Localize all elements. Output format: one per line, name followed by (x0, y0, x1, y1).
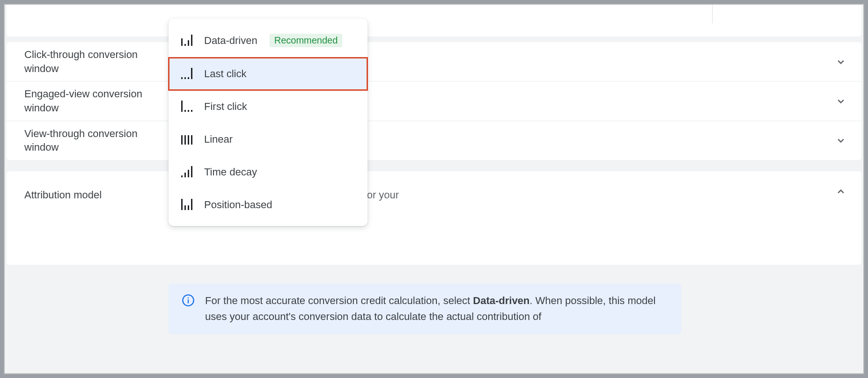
time-decay-icon (181, 166, 195, 178)
dropdown-item-label: Last click (204, 68, 246, 80)
position-based-icon (181, 199, 195, 211)
svg-rect-18 (191, 135, 192, 145)
first-click-icon (181, 101, 195, 113)
svg-rect-26 (191, 199, 192, 210)
setting-label: Click-through conversion window (24, 48, 160, 75)
dropdown-item-label: Time decay (204, 166, 257, 178)
svg-rect-24 (184, 205, 186, 210)
recommended-badge: Recommended (270, 34, 343, 47)
dropdown-item-time-decay[interactable]: Time decay (169, 156, 368, 189)
top-panel (7, 5, 861, 36)
svg-rect-22 (191, 166, 192, 177)
svg-rect-25 (188, 205, 189, 210)
svg-rect-17 (188, 135, 189, 145)
svg-rect-3 (181, 38, 183, 46)
svg-rect-23 (181, 199, 183, 210)
setting-label: Engaged-view conversion window (24, 87, 160, 115)
svg-rect-7 (181, 77, 183, 79)
svg-rect-15 (181, 135, 183, 145)
dropdown-item-label: First click (204, 101, 247, 113)
data-driven-icon (181, 35, 195, 47)
setting-row-click-through[interactable]: Click-through conversion window (7, 42, 861, 81)
dropdown-item-label: Position-based (204, 199, 272, 211)
info-banner: For the most accurate conversion credit … (169, 284, 681, 334)
svg-rect-19 (181, 175, 183, 177)
last-click-icon (181, 68, 195, 80)
vertical-divider (712, 4, 713, 23)
chevron-up-icon[interactable] (834, 185, 847, 198)
dropdown-item-linear[interactable]: Linear (169, 123, 368, 156)
attribution-title: Attribution model (24, 185, 174, 201)
svg-rect-1 (188, 299, 189, 303)
svg-rect-5 (188, 40, 189, 46)
dropdown-item-first-click[interactable]: First click (169, 90, 368, 123)
info-text: For the most accurate conversion credit … (205, 293, 668, 325)
svg-rect-6 (191, 35, 192, 46)
chevron-down-icon (834, 55, 847, 68)
svg-rect-11 (181, 101, 183, 112)
info-icon (182, 293, 195, 307)
dropdown-item-label: Data-driven (204, 35, 257, 47)
svg-rect-20 (184, 173, 186, 177)
svg-rect-12 (184, 110, 186, 112)
attribution-model-card: Attribution model w much credit each ad … (7, 171, 861, 265)
info-text-prefix: For the most accurate conversion credit … (205, 295, 473, 306)
svg-rect-21 (188, 170, 189, 177)
dropdown-item-last-click[interactable]: Last click (169, 58, 368, 90)
dropdown-item-position-based[interactable]: Position-based (169, 189, 368, 221)
setting-row-engaged-view[interactable]: Engaged-view conversion window (7, 81, 861, 121)
dropdown-item-label: Linear (204, 133, 233, 145)
svg-rect-9 (188, 77, 189, 79)
svg-rect-13 (188, 110, 189, 112)
svg-rect-2 (188, 298, 189, 298)
linear-icon (181, 133, 195, 145)
svg-rect-10 (191, 68, 192, 79)
svg-rect-8 (184, 77, 186, 79)
settings-list: Click-through conversion window Engaged-… (7, 42, 861, 160)
chevron-down-icon (834, 94, 847, 108)
chevron-down-icon (834, 134, 847, 147)
svg-rect-16 (184, 135, 186, 145)
dropdown-item-data-driven[interactable]: Data-driven Recommended (169, 23, 368, 58)
setting-row-view-through[interactable]: View-through conversion window (7, 121, 861, 160)
attribution-model-dropdown[interactable]: Data-driven Recommended Last click (169, 19, 368, 226)
app-viewport: Click-through conversion window Engaged-… (4, 4, 864, 374)
svg-rect-4 (184, 44, 186, 46)
setting-label: View-through conversion window (24, 127, 160, 154)
info-text-bold: Data-driven (473, 295, 530, 306)
svg-rect-14 (191, 110, 192, 112)
